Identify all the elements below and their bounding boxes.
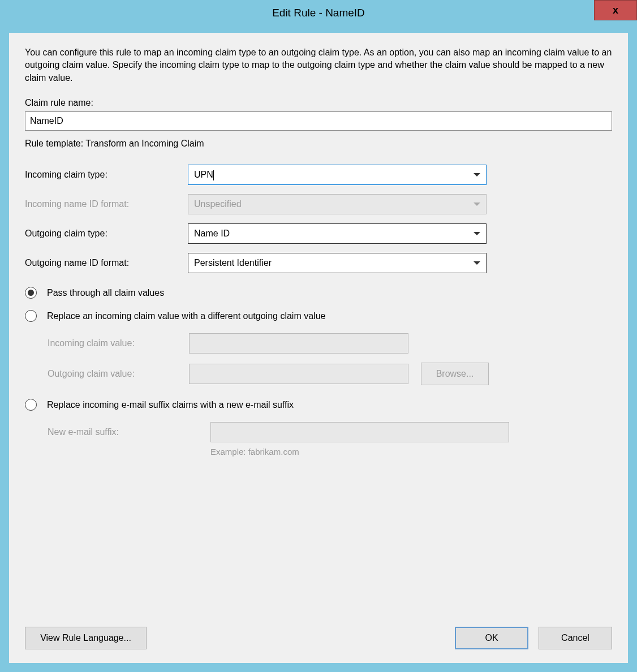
- outgoing-claim-type-combobox[interactable]: Name ID: [188, 223, 487, 244]
- incoming-name-id-format-value: Unspecified: [194, 199, 474, 209]
- view-rule-language-button[interactable]: View Rule Language...: [25, 627, 147, 649]
- incoming-name-id-format-row: Incoming name ID format: Unspecified: [25, 194, 612, 214]
- radio-replace-value[interactable]: [25, 310, 37, 322]
- window-title: Edit Rule - NameID: [272, 7, 365, 19]
- outgoing-name-id-format-label: Outgoing name ID format:: [25, 258, 188, 268]
- incoming-claim-value-row: Incoming claim value:: [48, 333, 612, 354]
- radio-replace-suffix-label: Replace incoming e-mail suffix claims wi…: [47, 400, 294, 410]
- description-text: You can configure this rule to map an in…: [25, 46, 612, 84]
- incoming-claim-value-input: [189, 333, 408, 354]
- titlebar: Edit Rule - NameID x: [0, 0, 637, 26]
- radio-pass-through-label: Pass through all claim values: [47, 288, 164, 298]
- incoming-claim-type-value: UPN: [194, 170, 474, 180]
- outgoing-claim-value-row: Outgoing claim value: Browse...: [48, 363, 612, 385]
- chevron-down-icon: [474, 203, 480, 206]
- outgoing-name-id-format-combobox[interactable]: Persistent Identifier: [188, 253, 487, 273]
- button-bar: View Rule Language... OK Cancel: [25, 627, 612, 649]
- ok-button[interactable]: OK: [455, 627, 528, 649]
- incoming-name-id-format-label: Incoming name ID format:: [25, 199, 188, 209]
- incoming-name-id-format-combobox: Unspecified: [188, 194, 487, 214]
- incoming-claim-type-row: Incoming claim type: UPN: [25, 165, 612, 185]
- chevron-down-icon: [474, 173, 480, 176]
- outgoing-name-id-format-row: Outgoing name ID format: Persistent Iden…: [25, 253, 612, 273]
- radio-pass-through[interactable]: [25, 287, 37, 299]
- outgoing-claim-value-input: [189, 364, 408, 384]
- chevron-down-icon: [474, 261, 480, 265]
- close-button[interactable]: x: [594, 0, 637, 20]
- outgoing-claim-type-label: Outgoing claim type:: [25, 229, 188, 239]
- radio-group: Pass through all claim values Replace an…: [25, 287, 612, 456]
- chevron-down-icon: [474, 232, 480, 235]
- new-email-suffix-row: New e-mail suffix:: [48, 422, 612, 442]
- radio-replace-value-label: Replace an incoming claim value with a d…: [47, 311, 325, 321]
- radio-replace-suffix[interactable]: [25, 399, 37, 411]
- incoming-claim-type-combobox[interactable]: UPN: [188, 165, 487, 185]
- outgoing-claim-type-value: Name ID: [194, 229, 474, 239]
- radio-replace-suffix-row: Replace incoming e-mail suffix claims wi…: [25, 399, 612, 411]
- incoming-claim-type-label: Incoming claim type:: [25, 170, 188, 180]
- radio-replace-value-row: Replace an incoming claim value with a d…: [25, 310, 612, 322]
- new-email-suffix-input: [210, 422, 509, 442]
- radio-pass-through-row: Pass through all claim values: [25, 287, 612, 299]
- dialog-content: You can configure this rule to map an in…: [9, 33, 628, 663]
- cancel-button[interactable]: Cancel: [539, 627, 612, 649]
- dialog-window: Edit Rule - NameID x You can configure t…: [0, 0, 637, 672]
- example-text: Example: fabrikam.com: [210, 447, 612, 456]
- new-email-suffix-label: New e-mail suffix:: [48, 427, 210, 437]
- claim-rule-name-input[interactable]: [25, 111, 612, 131]
- rule-template-text: Rule template: Transform an Incoming Cla…: [25, 139, 612, 149]
- outgoing-claim-type-row: Outgoing claim type: Name ID: [25, 223, 612, 244]
- browse-button: Browse...: [421, 363, 489, 385]
- incoming-claim-value-label: Incoming claim value:: [48, 338, 189, 348]
- outgoing-claim-value-label: Outgoing claim value:: [48, 369, 189, 379]
- outgoing-name-id-format-value: Persistent Identifier: [194, 258, 474, 268]
- claim-rule-name-label: Claim rule name:: [25, 98, 612, 108]
- close-icon: x: [613, 5, 618, 16]
